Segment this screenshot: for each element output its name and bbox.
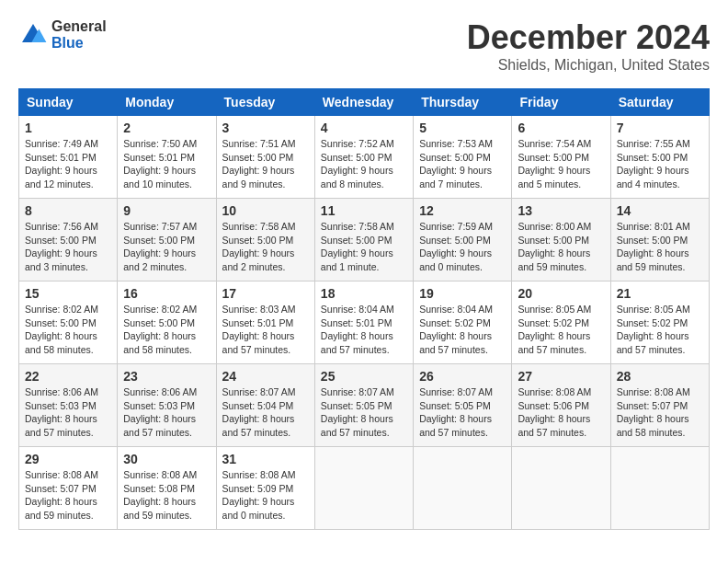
- cell-content: Sunrise: 8:05 AM Sunset: 5:02 PM Dayligh…: [518, 303, 604, 357]
- cell-content: Sunrise: 8:02 AM Sunset: 5:00 PM Dayligh…: [25, 303, 111, 357]
- calendar-cell: 5 Sunrise: 7:53 AM Sunset: 5:00 PM Dayli…: [414, 116, 512, 199]
- cell-content: Sunrise: 8:00 AM Sunset: 5:00 PM Dayligh…: [518, 220, 604, 274]
- cell-content: Sunrise: 8:08 AM Sunset: 5:07 PM Dayligh…: [25, 468, 111, 523]
- calendar-cell: 30 Sunrise: 8:08 AM Sunset: 5:08 PM Dayl…: [118, 447, 216, 530]
- calendar-cell: 9 Sunrise: 7:57 AM Sunset: 5:00 PM Dayli…: [118, 199, 216, 282]
- day-number: 14: [617, 203, 703, 218]
- day-number: 25: [321, 369, 407, 384]
- cell-content: Sunrise: 7:55 AM Sunset: 5:00 PM Dayligh…: [617, 137, 703, 191]
- day-number: 12: [419, 203, 506, 218]
- cell-content: Sunrise: 7:52 AM Sunset: 5:00 PM Dayligh…: [321, 137, 407, 191]
- day-number: 29: [25, 452, 111, 466]
- day-number: 28: [617, 369, 703, 384]
- calendar-cell: 29 Sunrise: 8:08 AM Sunset: 5:07 PM Dayl…: [19, 447, 118, 530]
- cell-content: Sunrise: 8:08 AM Sunset: 5:09 PM Dayligh…: [222, 468, 309, 523]
- calendar-cell: 16 Sunrise: 8:02 AM Sunset: 5:00 PM Dayl…: [118, 282, 216, 364]
- cell-content: Sunrise: 7:50 AM Sunset: 5:01 PM Dayligh…: [123, 137, 210, 191]
- day-number: 1: [25, 121, 111, 135]
- cell-content: Sunrise: 8:04 AM Sunset: 5:01 PM Dayligh…: [321, 303, 407, 357]
- calendar-cell: 18 Sunrise: 8:04 AM Sunset: 5:01 PM Dayl…: [314, 282, 413, 364]
- calendar-table: SundayMondayTuesdayWednesdayThursdayFrid…: [18, 88, 710, 530]
- calendar-cell: 17 Sunrise: 8:03 AM Sunset: 5:01 PM Dayl…: [216, 282, 314, 364]
- calendar-day-header: Tuesday: [216, 89, 314, 116]
- calendar-cell: 12 Sunrise: 7:59 AM Sunset: 5:00 PM Dayl…: [414, 199, 512, 282]
- cell-content: Sunrise: 8:08 AM Sunset: 5:06 PM Dayligh…: [518, 385, 604, 440]
- calendar-header-row: SundayMondayTuesdayWednesdayThursdayFrid…: [19, 89, 710, 116]
- calendar-cell: [512, 447, 610, 530]
- day-number: 5: [419, 121, 506, 135]
- subtitle: Shields, Michigan, United States: [467, 57, 710, 74]
- day-number: 7: [617, 121, 703, 135]
- calendar-day-header: Sunday: [19, 89, 118, 116]
- cell-content: Sunrise: 8:06 AM Sunset: 5:03 PM Dayligh…: [123, 385, 210, 440]
- calendar-cell: 28 Sunrise: 8:08 AM Sunset: 5:07 PM Dayl…: [610, 364, 709, 447]
- calendar-cell: 10 Sunrise: 7:58 AM Sunset: 5:00 PM Dayl…: [216, 199, 314, 282]
- calendar-cell: 20 Sunrise: 8:05 AM Sunset: 5:02 PM Dayl…: [512, 282, 610, 364]
- calendar-cell: 6 Sunrise: 7:54 AM Sunset: 5:00 PM Dayli…: [512, 116, 610, 199]
- calendar-body: 1 Sunrise: 7:49 AM Sunset: 5:01 PM Dayli…: [19, 116, 710, 530]
- main-title: December 2024: [467, 18, 710, 57]
- cell-content: Sunrise: 8:07 AM Sunset: 5:05 PM Dayligh…: [321, 385, 407, 440]
- day-number: 17: [222, 286, 309, 301]
- logo-general-text: General: [51, 18, 107, 35]
- cell-content: Sunrise: 8:02 AM Sunset: 5:00 PM Dayligh…: [123, 303, 210, 357]
- cell-content: Sunrise: 7:56 AM Sunset: 5:00 PM Dayligh…: [25, 220, 111, 274]
- day-number: 9: [123, 203, 210, 218]
- calendar-day-header: Saturday: [610, 89, 709, 116]
- cell-content: Sunrise: 8:07 AM Sunset: 5:05 PM Dayligh…: [419, 385, 506, 440]
- calendar-cell: 2 Sunrise: 7:50 AM Sunset: 5:01 PM Dayli…: [118, 116, 216, 199]
- calendar-week-row: 22 Sunrise: 8:06 AM Sunset: 5:03 PM Dayl…: [19, 364, 710, 447]
- calendar-cell: [314, 447, 413, 530]
- logo: General Blue: [18, 18, 107, 51]
- cell-content: Sunrise: 8:01 AM Sunset: 5:00 PM Dayligh…: [617, 220, 703, 274]
- logo-blue-text: Blue: [51, 35, 107, 52]
- day-number: 11: [321, 203, 407, 218]
- day-number: 20: [518, 286, 604, 301]
- calendar-cell: 31 Sunrise: 8:08 AM Sunset: 5:09 PM Dayl…: [216, 447, 314, 530]
- day-number: 30: [123, 452, 210, 466]
- day-number: 31: [222, 452, 309, 466]
- cell-content: Sunrise: 7:53 AM Sunset: 5:00 PM Dayligh…: [419, 137, 506, 191]
- calendar-cell: 11 Sunrise: 7:58 AM Sunset: 5:00 PM Dayl…: [314, 199, 413, 282]
- day-number: 10: [222, 203, 309, 218]
- calendar-cell: 1 Sunrise: 7:49 AM Sunset: 5:01 PM Dayli…: [19, 116, 118, 199]
- calendar-cell: 25 Sunrise: 8:07 AM Sunset: 5:05 PM Dayl…: [314, 364, 413, 447]
- day-number: 4: [321, 121, 407, 135]
- cell-content: Sunrise: 7:51 AM Sunset: 5:00 PM Dayligh…: [222, 137, 309, 191]
- calendar-cell: 15 Sunrise: 8:02 AM Sunset: 5:00 PM Dayl…: [19, 282, 118, 364]
- day-number: 16: [123, 286, 210, 301]
- cell-content: Sunrise: 8:05 AM Sunset: 5:02 PM Dayligh…: [617, 303, 703, 357]
- calendar-week-row: 29 Sunrise: 8:08 AM Sunset: 5:07 PM Dayl…: [19, 447, 710, 530]
- cell-content: Sunrise: 7:54 AM Sunset: 5:00 PM Dayligh…: [518, 137, 604, 191]
- calendar-cell: 26 Sunrise: 8:07 AM Sunset: 5:05 PM Dayl…: [414, 364, 512, 447]
- day-number: 22: [25, 369, 111, 384]
- day-number: 19: [419, 286, 506, 301]
- day-number: 2: [123, 121, 210, 135]
- logo-icon: [18, 20, 48, 50]
- day-number: 26: [419, 369, 506, 384]
- day-number: 21: [617, 286, 703, 301]
- calendar-cell: 14 Sunrise: 8:01 AM Sunset: 5:00 PM Dayl…: [610, 199, 709, 282]
- calendar-cell: 27 Sunrise: 8:08 AM Sunset: 5:06 PM Dayl…: [512, 364, 610, 447]
- calendar-cell: [610, 447, 709, 530]
- calendar-cell: 8 Sunrise: 7:56 AM Sunset: 5:00 PM Dayli…: [19, 199, 118, 282]
- calendar-week-row: 15 Sunrise: 8:02 AM Sunset: 5:00 PM Dayl…: [19, 282, 710, 364]
- calendar-cell: 19 Sunrise: 8:04 AM Sunset: 5:02 PM Dayl…: [414, 282, 512, 364]
- calendar-day-header: Monday: [118, 89, 216, 116]
- cell-content: Sunrise: 8:03 AM Sunset: 5:01 PM Dayligh…: [222, 303, 309, 357]
- logo-text: General Blue: [51, 18, 107, 51]
- calendar-day-header: Thursday: [414, 89, 512, 116]
- calendar-week-row: 8 Sunrise: 7:56 AM Sunset: 5:00 PM Dayli…: [19, 199, 710, 282]
- calendar-cell: 4 Sunrise: 7:52 AM Sunset: 5:00 PM Dayli…: [314, 116, 413, 199]
- calendar-day-header: Friday: [512, 89, 610, 116]
- cell-content: Sunrise: 7:59 AM Sunset: 5:00 PM Dayligh…: [419, 220, 506, 274]
- calendar-week-row: 1 Sunrise: 7:49 AM Sunset: 5:01 PM Dayli…: [19, 116, 710, 199]
- cell-content: Sunrise: 8:04 AM Sunset: 5:02 PM Dayligh…: [419, 303, 506, 357]
- title-section: December 2024 Shields, Michigan, United …: [467, 18, 710, 74]
- header: General Blue December 2024 Shields, Mich…: [18, 18, 710, 74]
- calendar-cell: 13 Sunrise: 8:00 AM Sunset: 5:00 PM Dayl…: [512, 199, 610, 282]
- day-number: 18: [321, 286, 407, 301]
- calendar-cell: 3 Sunrise: 7:51 AM Sunset: 5:00 PM Dayli…: [216, 116, 314, 199]
- calendar-cell: [414, 447, 512, 530]
- cell-content: Sunrise: 7:57 AM Sunset: 5:00 PM Dayligh…: [123, 220, 210, 274]
